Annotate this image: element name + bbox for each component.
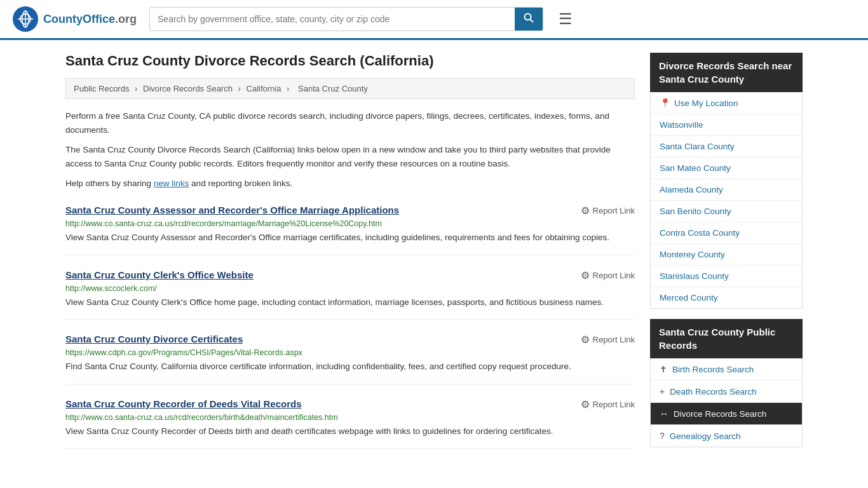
nearby-list-item[interactable]: Stanislaus County — [651, 266, 802, 287]
nearby-link[interactable]: Monterey County — [660, 250, 725, 259]
description-3: Help others by sharing new links and rep… — [65, 177, 635, 191]
result-url: http://www.co.santa-cruz.ca.us/rcd/recor… — [65, 413, 635, 422]
result-url: http://www.co.santa-cruz.ca.us/rcd/recor… — [65, 219, 635, 228]
result-title[interactable]: Santa Cruz County Assessor and Recorder'… — [65, 205, 399, 215]
pr-list-item[interactable]: ?Genealogy Search — [651, 425, 802, 447]
result-title[interactable]: Santa Cruz County Clerk's Office Website — [65, 269, 254, 280]
result-title[interactable]: Santa Cruz County Divorce Certificates — [65, 334, 243, 344]
results-container: Santa Cruz County Assessor and Recorder'… — [65, 205, 635, 449]
public-records-section: Santa Cruz County Public Records ✝Birth … — [650, 319, 803, 447]
result-header: Santa Cruz County Divorce Certificates ⚙… — [65, 334, 635, 346]
site-header: CountyOffice.org ☰ — [0, 0, 868, 40]
nearby-list-item[interactable]: San Mateo County — [651, 158, 802, 179]
pr-link[interactable]: Death Records Search — [670, 387, 757, 396]
pr-icon: ✝ — [660, 364, 667, 374]
nearby-list-item[interactable]: San Benito County — [651, 201, 802, 222]
pr-icon: ? — [660, 431, 665, 441]
breadcrumb-public-records[interactable]: Public Records — [74, 84, 129, 93]
logo-icon — [13, 6, 38, 32]
sidebar: Divorce Records Search near Santa Cruz C… — [650, 53, 803, 458]
search-button[interactable] — [515, 8, 543, 30]
result-item: Santa Cruz County Divorce Certificates ⚙… — [65, 334, 635, 384]
report-link[interactable]: ⚙ Report Link — [581, 334, 635, 346]
result-header: Santa Cruz County Clerk's Office Website… — [65, 269, 635, 281]
svg-point-5 — [525, 14, 531, 20]
report-label: Report Link — [593, 400, 635, 409]
nearby-list-item[interactable]: Santa Clara County — [651, 136, 802, 158]
result-header: Santa Cruz County Assessor and Recorder'… — [65, 205, 635, 217]
report-link[interactable]: ⚙ Report Link — [581, 269, 635, 281]
nearby-link[interactable]: Santa Clara County — [660, 142, 735, 151]
nearby-header: Divorce Records Search near Santa Cruz C… — [650, 53, 803, 92]
nearby-list-item[interactable]: Alameda County — [651, 179, 802, 201]
pr-link[interactable]: Birth Records Search — [672, 365, 754, 374]
result-title[interactable]: Santa Cruz County Recorder of Deeds Vita… — [65, 398, 301, 409]
result-item: Santa Cruz County Recorder of Deeds Vita… — [65, 398, 635, 449]
location-icon: 📍 — [660, 98, 670, 108]
menu-icon[interactable]: ☰ — [556, 8, 575, 30]
result-desc: View Santa Cruz County Assessor and Reco… — [65, 231, 635, 245]
nearby-list-item[interactable]: Monterey County — [651, 244, 802, 266]
breadcrumb: Public Records › Divorce Records Search … — [65, 78, 635, 99]
breadcrumb-current: Santa Cruz County — [298, 84, 368, 93]
page-title: Santa Cruz County Divorce Records Search… — [65, 53, 635, 69]
search-bar — [149, 7, 543, 31]
search-input[interactable] — [150, 9, 515, 29]
result-header: Santa Cruz County Recorder of Deeds Vita… — [65, 398, 635, 410]
report-icon: ⚙ — [581, 205, 590, 217]
report-link[interactable]: ⚙ Report Link — [581, 205, 635, 217]
report-icon: ⚙ — [581, 334, 590, 346]
nearby-list: 📍Use My LocationWatsonvilleSanta Clara C… — [650, 92, 803, 309]
breadcrumb-california[interactable]: California — [247, 84, 281, 93]
nearby-link[interactable]: Merced County — [660, 293, 718, 302]
nearby-link[interactable]: Use My Location — [674, 98, 738, 108]
nearby-link[interactable]: San Benito County — [660, 207, 731, 216]
report-label: Report Link — [593, 335, 635, 344]
pr-list-item[interactable]: +Death Records Search — [651, 381, 802, 403]
logo-text: CountyOffice.org — [43, 13, 137, 26]
pr-link[interactable]: Divorce Records Search — [674, 409, 766, 419]
description-1: Perform a free Santa Cruz County, CA pub… — [65, 109, 635, 137]
result-item: Santa Cruz County Assessor and Recorder'… — [65, 205, 635, 255]
result-url: https://www.cdph.ca.gov/Programs/CHSI/Pa… — [65, 348, 635, 357]
nearby-link[interactable]: Contra Costa County — [660, 228, 740, 238]
nearby-link[interactable]: Watsonville — [660, 120, 703, 130]
nearby-list-item[interactable]: Watsonville — [651, 114, 802, 136]
result-item: Santa Cruz County Clerk's Office Website… — [65, 269, 635, 320]
report-icon: ⚙ — [581, 398, 590, 410]
nearby-link[interactable]: San Mateo County — [660, 163, 731, 173]
result-desc: Find Santa Cruz County, California divor… — [65, 360, 635, 374]
breadcrumb-divorce-records[interactable]: Divorce Records Search — [143, 84, 233, 93]
pr-icon: ↔ — [660, 409, 668, 419]
logo-area: CountyOffice.org — [13, 6, 137, 32]
svg-line-6 — [531, 20, 534, 23]
public-records-header: Santa Cruz County Public Records — [650, 319, 803, 358]
report-label: Report Link — [593, 206, 635, 215]
content-area: Santa Cruz County Divorce Records Search… — [65, 53, 635, 458]
report-label: Report Link — [593, 271, 635, 280]
result-url: http://www.sccoclerk.com/ — [65, 284, 635, 293]
nearby-list-item[interactable]: 📍Use My Location — [651, 92, 802, 114]
result-desc: View Santa Cruz County Clerk's Office ho… — [65, 295, 635, 309]
description-2: The Santa Cruz County Divorce Records Se… — [65, 143, 635, 170]
pr-link[interactable]: Genealogy Search — [670, 431, 741, 441]
pr-list-item[interactable]: ↔Divorce Records Search — [651, 403, 802, 425]
result-desc: View Santa Cruz County Recorder of Deeds… — [65, 424, 635, 438]
nearby-list-item[interactable]: Merced County — [651, 287, 802, 308]
pr-icon: + — [660, 386, 665, 396]
new-links-link[interactable]: new links — [154, 179, 189, 188]
public-records-list: ✝Birth Records Search+Death Records Sear… — [650, 358, 803, 447]
pr-list-item[interactable]: ✝Birth Records Search — [651, 358, 802, 381]
nearby-list-item[interactable]: Contra Costa County — [651, 222, 802, 244]
nearby-link[interactable]: Stanislaus County — [660, 271, 729, 281]
report-link[interactable]: ⚙ Report Link — [581, 398, 635, 410]
report-icon: ⚙ — [581, 269, 590, 281]
main-container: Santa Cruz County Divorce Records Search… — [53, 40, 815, 470]
nearby-section: Divorce Records Search near Santa Cruz C… — [650, 53, 803, 309]
nearby-link[interactable]: Alameda County — [660, 185, 723, 194]
